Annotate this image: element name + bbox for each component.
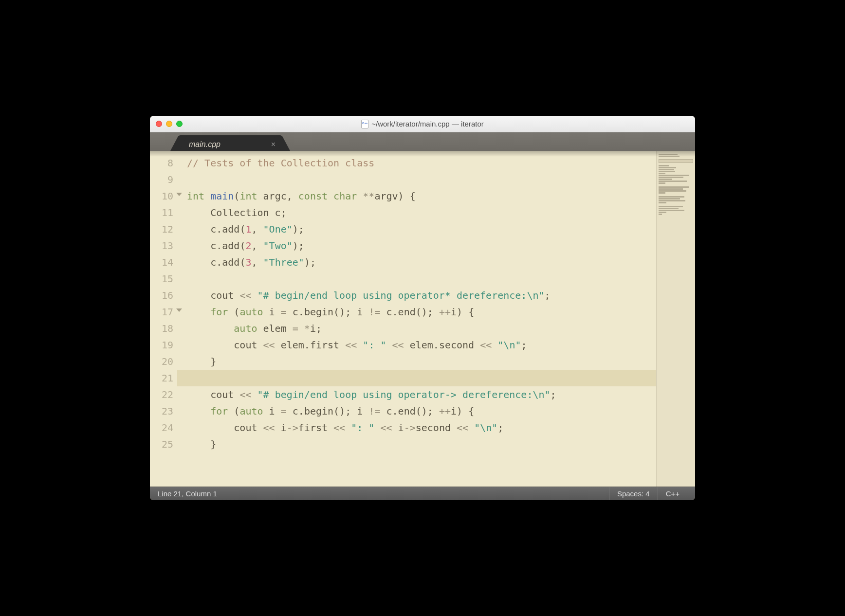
code-line[interactable]: Collection c; (187, 204, 656, 221)
traffic-lights (150, 121, 183, 127)
tab-label: main.cpp (189, 140, 220, 149)
status-position[interactable]: Line 21, Column 1 (158, 487, 225, 500)
cpp-file-icon (361, 120, 368, 128)
status-bar: Line 21, Column 1 Spaces: 4 C++ (150, 487, 695, 500)
code-line[interactable]: auto elem = *i; (187, 320, 656, 337)
line-number[interactable]: 23 (150, 403, 173, 419)
line-number[interactable]: 22 (150, 386, 173, 403)
code-line[interactable]: c.add(3, "Three"); (187, 254, 656, 271)
status-indent[interactable]: Spaces: 4 (609, 487, 658, 500)
tab-bar[interactable]: main.cpp × (150, 132, 695, 151)
minimize-window-button[interactable] (166, 121, 172, 127)
code-line[interactable]: cout << "# begin/end loop using operator… (187, 386, 656, 403)
code-line[interactable]: c.add(2, "Two"); (187, 237, 656, 254)
code-line[interactable]: cout << "# begin/end loop using operator… (187, 287, 656, 304)
code-line[interactable]: } (187, 436, 656, 453)
code-line[interactable]: for (auto i = c.begin(); i != c.end(); +… (187, 304, 656, 320)
code-line[interactable]: for (auto i = c.begin(); i != c.end(); +… (187, 403, 656, 419)
titlebar[interactable]: ~/work/iterator/main.cpp — iterator (150, 116, 695, 132)
line-number[interactable]: 14 (150, 254, 173, 271)
line-number[interactable]: 8 (150, 155, 173, 171)
line-number-gutter[interactable]: 8910{111213141516171819202122232425 (150, 151, 177, 487)
line-number[interactable]: 18 (150, 320, 173, 337)
editor-window: ~/work/iterator/main.cpp — iterator main… (150, 116, 695, 500)
code-line[interactable]: // Tests of the Collection class (187, 155, 656, 171)
status-syntax[interactable]: C++ (658, 487, 687, 500)
line-number[interactable]: 9 (150, 171, 173, 188)
code-line[interactable] (187, 171, 656, 188)
line-number[interactable]: 11 (150, 204, 173, 221)
line-number[interactable]: 13 (150, 237, 173, 254)
close-window-button[interactable] (156, 121, 162, 127)
code-line[interactable]: cout << i->first << ": " << i->second <<… (187, 419, 656, 436)
minimap[interactable] (656, 151, 695, 487)
code-line[interactable]: } (187, 353, 656, 370)
line-number[interactable]: 16 (150, 287, 173, 304)
line-number[interactable]: 21 (150, 370, 173, 386)
code-line[interactable] (177, 370, 695, 386)
line-number[interactable]: 25 (150, 436, 173, 453)
code-line[interactable] (187, 271, 656, 287)
line-number[interactable]: 17 (150, 304, 173, 320)
code-line[interactable]: cout << elem.first << ": " << elem.secon… (187, 337, 656, 353)
line-number[interactable]: 10{ (150, 188, 173, 204)
code-content[interactable]: // Tests of the Collection classint main… (177, 151, 656, 487)
line-number[interactable]: 20 (150, 353, 173, 370)
close-tab-icon[interactable]: × (271, 140, 276, 149)
window-title-text: ~/work/iterator/main.cpp — iterator (371, 120, 484, 128)
line-number[interactable]: 24 (150, 419, 173, 436)
line-number[interactable]: 12 (150, 221, 173, 237)
zoom-window-button[interactable] (176, 121, 183, 127)
editor-area: 8910{111213141516171819202122232425 // T… (150, 151, 695, 487)
code-line[interactable]: c.add(1, "One"); (187, 221, 656, 237)
line-number[interactable]: 15 (150, 271, 173, 287)
code-line[interactable]: int main(int argc, const char **argv) { (187, 188, 656, 204)
line-number[interactable]: 19 (150, 337, 173, 353)
tab-main-cpp[interactable]: main.cpp × (179, 135, 281, 151)
window-title: ~/work/iterator/main.cpp — iterator (150, 120, 695, 128)
